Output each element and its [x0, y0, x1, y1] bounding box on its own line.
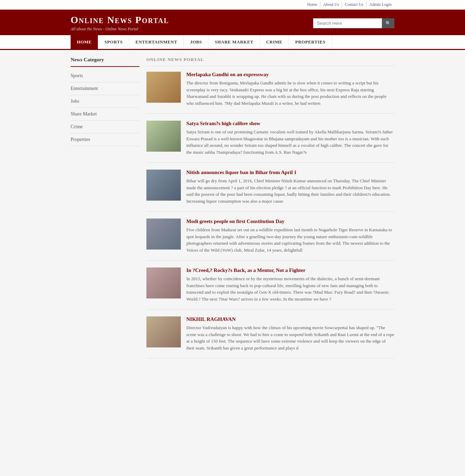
article-text: Bihar will go dry from April 1, 2016, Ch…	[186, 178, 394, 204]
nav-item-entertainment[interactable]: ENTERTAINMENT	[129, 35, 184, 49]
header: Online News Portal All about the News - …	[0, 10, 465, 35]
article-text: Director Vadivudaiyan is happy with how …	[186, 324, 394, 351]
nav-item-home[interactable]: HOME	[71, 35, 98, 49]
article-item: Modi greets people on first Constitution…	[146, 219, 394, 261]
article-image-placeholder	[146, 72, 181, 103]
sidebar-item-share-market[interactable]: Share Market	[71, 108, 140, 121]
article-item: In ?Creed,? Rocky?s Back, as a Mentor, N…	[146, 267, 394, 310]
article-body: Merlapaka Gandhi on an expressway The di…	[186, 72, 394, 107]
article-image	[146, 121, 181, 152]
article-item: Nitish announces liquor ban in Bihar fro…	[146, 170, 394, 212]
article-image	[146, 170, 181, 201]
sidebar-item-crime[interactable]: Crime	[71, 121, 140, 133]
article-body: Modi greets people on first Constitution…	[186, 219, 394, 253]
article-image	[146, 267, 181, 298]
article-image-placeholder	[146, 316, 181, 347]
sidebar-title: News Category	[71, 57, 140, 67]
nav: HOMESPORTSENTERTAINMENTJOBSSHARE MARKETC…	[0, 35, 465, 50]
article-image-placeholder	[146, 170, 181, 201]
sidebar-item-jobs[interactable]: Jobs	[71, 95, 140, 108]
article-image-placeholder	[146, 121, 181, 152]
article-body: Nitish announces liquor ban in Bihar fro…	[186, 170, 394, 204]
about-link[interactable]: About Us	[320, 1, 342, 8]
article-body: NIKHIL RAGHAVAN Director Vadivudaiyan is…	[186, 316, 394, 351]
article-text: In 2015, whether by coincidence or by th…	[186, 275, 394, 302]
home-link[interactable]: Home	[304, 1, 320, 8]
site-branding: Online News Portal All about the News - …	[71, 14, 169, 32]
article-image-placeholder	[146, 267, 181, 298]
nav-item-jobs[interactable]: JOBS	[184, 35, 209, 49]
article-body: In ?Creed,? Rocky?s Back, as a Mentor, N…	[186, 267, 394, 302]
article-image-placeholder	[146, 219, 181, 250]
article-text: Satya Sriram is one of our promising Car…	[186, 129, 394, 155]
top-bar-inner: HomeAbout UsContact UsAdmin Login	[71, 1, 394, 8]
sidebar: News Category SportsEntertainmentJobsSha…	[71, 57, 140, 365]
article-title[interactable]: NIKHIL RAGHAVAN	[186, 316, 394, 322]
article-title[interactable]: Modi greets people on first Constitution…	[186, 219, 394, 224]
sidebar-item-properties[interactable]: Properties	[71, 133, 140, 146]
article-image	[146, 316, 181, 347]
search-input[interactable]	[313, 18, 382, 28]
sidebar-item-entertainment[interactable]: Entertainment	[71, 82, 140, 95]
sidebar-item-sports[interactable]: Sports	[71, 70, 140, 82]
nav-item-sports[interactable]: SPORTS	[98, 35, 129, 49]
article-title[interactable]: Nitish announces liquor ban in Bihar fro…	[186, 170, 394, 175]
top-bar: HomeAbout UsContact UsAdmin Login	[0, 0, 465, 10]
admin-link[interactable]: Admin Login	[366, 1, 394, 8]
article-item: NIKHIL RAGHAVAN Director Vadivudaiyan is…	[146, 316, 394, 358]
article-item: Merlapaka Gandhi on an expressway The di…	[146, 72, 394, 114]
search-button[interactable]: 🔍	[382, 18, 394, 28]
article-item: Satya Sriram?s high calibre show Satya S…	[146, 121, 394, 163]
content-section-title: ONLINE NEWS PORTAL	[146, 57, 394, 66]
article-title[interactable]: Satya Sriram?s high calibre show	[186, 121, 394, 126]
site-title[interactable]: Online News Portal	[71, 14, 169, 26]
nav-item-share-market[interactable]: SHARE MARKET	[208, 35, 260, 49]
article-text: Five children from Madurai set out on a …	[186, 226, 394, 253]
header-inner: Online News Portal All about the News - …	[71, 14, 394, 32]
article-title[interactable]: Merlapaka Gandhi on an expressway	[186, 72, 394, 78]
nav-inner: HOMESPORTSENTERTAINMENTJOBSSHARE MARKETC…	[71, 35, 394, 49]
article-image	[146, 219, 181, 250]
sidebar-items: SportsEntertainmentJobsShare MarketCrime…	[71, 70, 140, 146]
article-body: Satya Sriram?s high calibre show Satya S…	[186, 121, 394, 155]
articles-list: Merlapaka Gandhi on an expressway The di…	[146, 72, 394, 358]
search-box: 🔍	[313, 18, 394, 28]
content-area: ONLINE NEWS PORTAL Merlapaka Gandhi on a…	[146, 57, 394, 365]
article-title[interactable]: In ?Creed,? Rocky?s Back, as a Mentor, N…	[186, 267, 394, 273]
main-wrapper: News Category SportsEntertainmentJobsSha…	[71, 57, 394, 365]
article-image	[146, 72, 181, 103]
contact-link[interactable]: Contact Us	[342, 1, 366, 8]
nav-item-properties[interactable]: PROPERTIES	[289, 35, 332, 49]
article-text: The director from Renigunta, Merlapaka G…	[186, 80, 394, 107]
nav-item-crime[interactable]: CRIME	[260, 35, 289, 49]
site-subtitle: All about the News - Online News Portal	[71, 27, 169, 32]
